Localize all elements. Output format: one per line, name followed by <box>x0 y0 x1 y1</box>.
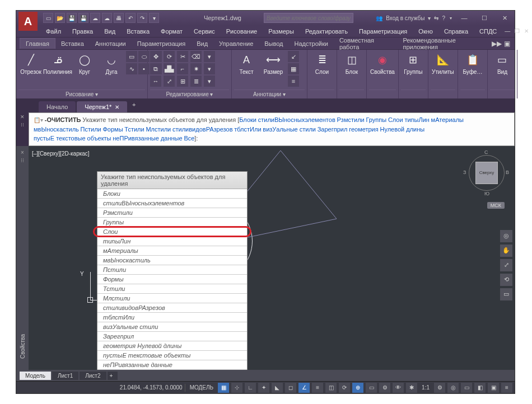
table-icon[interactable]: ▦ <box>288 63 299 74</box>
purge-option[interactable]: тблстИли <box>97 313 247 322</box>
panel-draw-label[interactable]: Рисование ▾ <box>18 90 145 98</box>
more3-icon[interactable]: ▾ <box>204 76 215 87</box>
ribbon-collapse-icon[interactable]: ▣ <box>504 40 510 48</box>
palette-close-icon[interactable]: × <box>21 149 24 156</box>
cmdline-handle[interactable]: ✕⁝⁝ <box>16 112 29 146</box>
new-tab-button[interactable]: + <box>128 101 139 112</box>
menu-dimension[interactable]: Размеры <box>263 27 299 36</box>
tab-annotate[interactable]: Аннотации <box>90 39 132 49</box>
open-icon[interactable]: 📂 <box>55 13 65 23</box>
more1-icon[interactable]: ▾ <box>204 51 215 62</box>
close-button[interactable]: ✕ <box>494 11 515 25</box>
anno-monitor-icon[interactable]: ◎ <box>447 383 459 393</box>
menu-modify[interactable]: Редактировать <box>300 27 353 36</box>
purge-option[interactable]: визУальные стили <box>97 322 247 332</box>
move-icon[interactable]: ✥ <box>150 51 161 62</box>
purge-option[interactable]: Пстили <box>97 265 247 275</box>
tab-view[interactable]: Вид <box>191 39 213 49</box>
purge-option[interactable]: Млстили <box>97 294 247 303</box>
status-coords[interactable]: 21.0484, -4.1573, 0.0000 <box>120 384 183 391</box>
status-space[interactable]: МОДЕЛЬ <box>188 384 216 391</box>
save-icon[interactable]: 💾 <box>67 13 77 23</box>
copy-icon[interactable]: ⧉ <box>150 63 161 74</box>
fillet-icon[interactable]: ⌐ <box>177 63 188 74</box>
purge-option[interactable]: типыЛин <box>97 237 247 246</box>
showmotion-icon[interactable]: ▭ <box>500 288 512 300</box>
annoscale-icon[interactable]: ⚙ <box>379 383 390 393</box>
erase-icon[interactable]: ⌫ <box>190 51 202 62</box>
purge-option[interactable]: мвЫноскастиль <box>97 256 247 265</box>
app-logo[interactable]: A <box>18 12 38 31</box>
tab-output[interactable]: Вывод <box>259 39 288 49</box>
polar-toggle-icon[interactable]: ✦ <box>258 383 269 393</box>
menu-view[interactable]: Вид <box>99 27 120 36</box>
sub-minimize-icon[interactable]: — <box>503 28 512 34</box>
clipboard-button[interactable]: 📋Буфе… <box>460 51 485 76</box>
array-icon[interactable]: ⊞ <box>177 76 188 87</box>
tab-manage[interactable]: Управление <box>213 39 259 49</box>
menu-draw[interactable]: Рисование <box>221 27 262 36</box>
groups-button[interactable]: ⊞Группы <box>401 51 426 76</box>
panel-modify-label[interactable]: Редактирование ▾ <box>150 90 229 98</box>
tab-insert[interactable]: Вставка <box>55 39 90 49</box>
viewport-controls[interactable]: [–][Сверху][2D-каркас] <box>32 151 90 157</box>
isodraft-icon[interactable]: ◣ <box>272 383 283 393</box>
transparency-icon[interactable]: ◫ <box>325 383 337 393</box>
viewcube-face-top[interactable]: Сверху <box>475 162 498 184</box>
purge-option[interactable]: стиливидовРАзрезов <box>97 303 247 313</box>
qat-dropdown-icon[interactable]: ▾ <box>149 13 159 23</box>
menu-spds[interactable]: СПДС <box>474 27 502 36</box>
menu-format[interactable]: Формат <box>156 27 188 36</box>
tab-collab[interactable]: Совместная работа <box>334 35 398 52</box>
menu-insert[interactable]: Вставка <box>122 27 155 36</box>
line-button[interactable]: ╱Отрезок <box>18 51 43 76</box>
layout-sheet2[interactable]: Лист2 <box>80 372 106 380</box>
arc-button[interactable]: ◡Дуга <box>99 51 124 76</box>
polyline-button[interactable]: ᓆПолилиния <box>45 51 70 76</box>
exchange-icon[interactable]: ⇆ <box>434 15 438 21</box>
customize-icon[interactable]: ≡ <box>501 383 512 393</box>
tab-home[interactable]: Главная <box>20 38 55 49</box>
purge-option[interactable]: стилиВЫносныхэлементов <box>97 199 247 208</box>
purge-option[interactable]: Группы <box>97 218 247 227</box>
tab-addins[interactable]: Надстройки <box>289 39 334 49</box>
isolate-icon[interactable]: ◧ <box>474 383 486 393</box>
osnap-toggle-icon[interactable]: ◻ <box>285 383 296 393</box>
ortho-toggle-icon[interactable]: ∟ <box>245 383 256 393</box>
menu-parametric[interactable]: Параметризация <box>354 27 412 36</box>
menu-window[interactable]: Окно <box>413 27 438 36</box>
compass-west[interactable]: З <box>463 170 466 175</box>
otrack-toggle-icon[interactable]: ∠ <box>298 383 310 393</box>
annomon-icon[interactable]: ✱ <box>406 383 417 393</box>
close-icon[interactable]: ✕ <box>20 114 25 120</box>
mirror-icon[interactable]: ▟▙ <box>164 63 175 74</box>
purge-option[interactable]: Все <box>97 370 247 370</box>
user-icon[interactable]: 👥 <box>376 15 382 21</box>
tab-start[interactable]: Начало <box>39 101 76 112</box>
orbit-icon[interactable]: ⟲ <box>500 274 512 286</box>
more2-icon[interactable]: ▾ <box>204 63 215 74</box>
compass-north[interactable]: С <box>484 149 488 155</box>
sub-restore-icon[interactable]: ❐ <box>512 28 521 34</box>
minimize-button[interactable]: — <box>454 11 474 25</box>
saveas-icon[interactable]: 💾 <box>78 13 88 23</box>
purge-option[interactable]: пустыЕ текстовые объекты <box>97 351 247 360</box>
signin-label[interactable]: Вход в службы <box>386 15 424 21</box>
tab-parametric[interactable]: Параметризация <box>132 39 191 49</box>
sub-close-icon[interactable]: ✕ <box>522 28 531 34</box>
offset-icon[interactable]: ≣ <box>190 76 202 87</box>
add-layout-button[interactable]: + <box>108 372 118 380</box>
purge-option[interactable]: геометрия Нулевой длины <box>97 341 247 351</box>
menu-edit[interactable]: Правка <box>67 27 98 36</box>
block-button[interactable]: ◫Блок <box>339 51 364 76</box>
plot-icon[interactable]: 🖶 <box>114 13 124 23</box>
viewcube[interactable]: Сверху С Ю В З <box>464 151 509 206</box>
dynamic-input-icon[interactable]: ⊕ <box>352 383 363 393</box>
snap-toggle-icon[interactable]: ⊹ <box>231 383 242 393</box>
ribbon-play-icon[interactable]: ▶▶ <box>492 40 502 48</box>
text-button[interactable]: AТекст <box>234 51 259 76</box>
zoom-extents-icon[interactable]: ⤢ <box>500 259 512 271</box>
purge-option[interactable]: Тстили <box>97 284 247 294</box>
spline-icon[interactable]: ∿ <box>126 63 137 74</box>
wcs-badge[interactable]: МСК <box>487 202 505 209</box>
